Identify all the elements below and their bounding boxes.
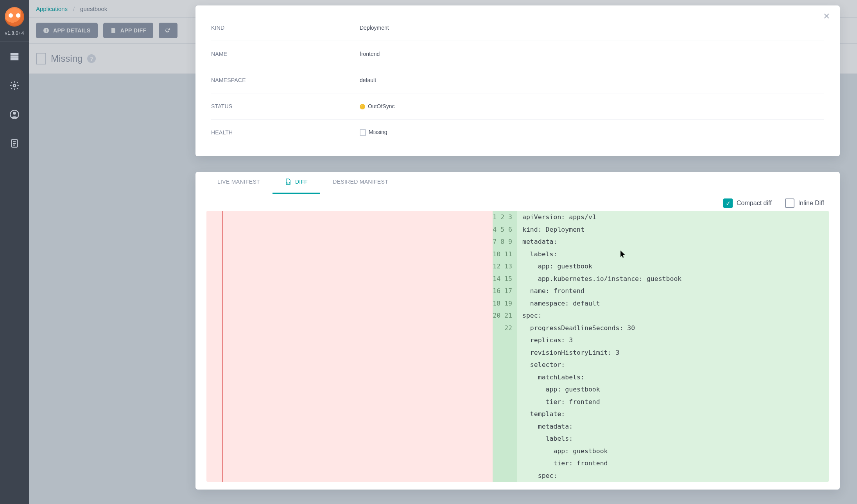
rail-divider (0, 41, 29, 42)
manifest-card: LIVE MANIFEST DIFF DESIRED MANIFEST ✓ Co… (195, 172, 840, 490)
nav-rail: v1.8.0+4 (0, 0, 29, 504)
svg-point-2 (13, 112, 16, 115)
diff-added-pane: 1 2 3 4 5 6 7 8 9 10 11 12 13 14 15 16 1… (493, 211, 829, 482)
tab-desired-label: DESIRED MANIFEST (333, 179, 388, 185)
inline-diff-label: Inline Diff (798, 200, 824, 207)
nav-settings-icon[interactable] (9, 80, 20, 91)
summary-key: STATUS (211, 103, 360, 109)
argo-logo-icon (5, 7, 24, 27)
resource-panel: ✕ KINDDeploymentNAMEfrontendNAMESPACEdef… (195, 5, 840, 504)
close-icon[interactable]: ✕ (821, 11, 832, 22)
diff-removed-pane (206, 211, 493, 482)
summary-row: NAMEfrontend (211, 41, 824, 67)
compact-diff-label: Compact diff (737, 200, 772, 207)
tab-diff[interactable]: DIFF (273, 171, 320, 194)
checkbox-icon (785, 198, 794, 208)
tab-desired-manifest[interactable]: DESIRED MANIFEST (320, 171, 401, 194)
summary-value: Missing (360, 129, 387, 136)
nav-apps-icon[interactable] (9, 51, 20, 62)
summary-row: KINDDeployment (211, 15, 824, 41)
summary-value: Deployment (360, 25, 389, 31)
summary-key: NAMESPACE (211, 77, 360, 83)
tab-diff-label: DIFF (295, 179, 308, 185)
summary-value: default (360, 77, 376, 83)
summary-row: STATUSOutOfSync (211, 93, 824, 120)
summary-row: NAMESPACEdefault (211, 67, 824, 93)
diff-line-numbers: 1 2 3 4 5 6 7 8 9 10 11 12 13 14 15 16 1… (493, 211, 517, 482)
manifest-tabs: LIVE MANIFEST DIFF DESIRED MANIFEST (195, 172, 840, 194)
svg-point-0 (13, 84, 16, 87)
diff-file-icon (285, 179, 291, 185)
summary-value: frontend (360, 51, 380, 57)
diff-controls: ✓ Compact diff Inline Diff (195, 194, 840, 211)
summary-card: ✕ KINDDeploymentNAMEfrontendNAMESPACEdef… (195, 5, 840, 156)
out-of-sync-icon (360, 104, 365, 109)
inline-diff-checkbox[interactable]: Inline Diff (785, 198, 824, 208)
nav-user-icon[interactable] (9, 109, 20, 120)
health-missing-icon (360, 129, 366, 136)
compact-diff-checkbox[interactable]: ✓ Compact diff (723, 198, 772, 208)
summary-row: HEALTHMissing (211, 120, 824, 145)
checkbox-checked-icon: ✓ (723, 198, 733, 208)
diff-view: 1 2 3 4 5 6 7 8 9 10 11 12 13 14 15 16 1… (195, 211, 840, 486)
tab-live-manifest[interactable]: LIVE MANIFEST (205, 171, 273, 194)
summary-key: KIND (211, 25, 360, 31)
version-label: v1.8.0+4 (5, 30, 24, 36)
tab-live-label: LIVE MANIFEST (217, 179, 260, 185)
summary-value: OutOfSync (360, 103, 394, 109)
summary-key: HEALTH (211, 129, 360, 136)
summary-key: NAME (211, 51, 360, 57)
diff-code: apiVersion: apps/v1 kind: Deployment met… (517, 211, 829, 482)
nav-docs-icon[interactable] (9, 138, 20, 149)
